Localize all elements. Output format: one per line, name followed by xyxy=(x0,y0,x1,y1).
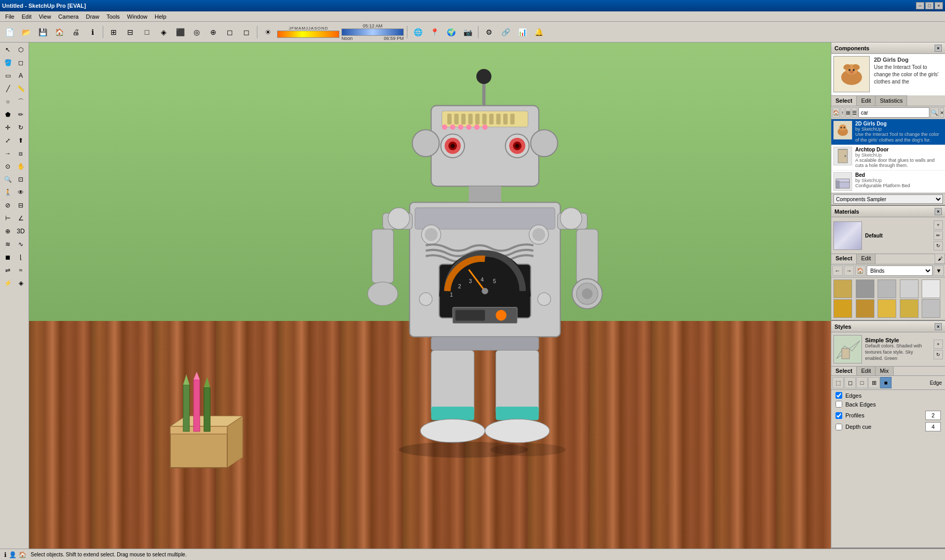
depthcue-value-input[interactable] xyxy=(925,422,941,431)
pan-tool[interactable]: ✋ xyxy=(15,160,27,173)
zoom-tool[interactable]: 🔍 xyxy=(2,173,14,186)
menu-help[interactable]: Help xyxy=(152,12,170,21)
styles-create-btn[interactable]: + xyxy=(934,340,943,349)
followme-tool[interactable]: → xyxy=(2,147,14,160)
zoomextents-tool[interactable]: ⊡ xyxy=(15,173,27,186)
mat-fwd-btn[interactable]: → xyxy=(844,265,854,276)
contour-tool[interactable]: ≈ xyxy=(15,264,27,276)
open-button[interactable]: 📂 xyxy=(19,25,33,39)
mat-category-dropdown[interactable]: Blinds xyxy=(867,265,933,276)
back-edges-checkbox[interactable] xyxy=(836,401,842,408)
canvas-area[interactable]: 1 2 3 4 5 xyxy=(29,43,831,549)
mat-swatch-1[interactable] xyxy=(833,279,852,298)
view-btn4[interactable]: ◈ xyxy=(156,25,171,39)
materials-close[interactable]: × xyxy=(935,208,942,215)
mat-swatch-7[interactable] xyxy=(856,299,874,318)
mat-tab-select[interactable]: Select xyxy=(831,254,857,264)
comp-item-bed[interactable]: Bed by SketchUp Configurable Platform Be… xyxy=(831,171,945,193)
comp-collection-select[interactable]: Components Sampler xyxy=(833,194,943,204)
mat-swatch-5[interactable] xyxy=(922,279,940,298)
circle-tool[interactable]: ○ xyxy=(2,95,14,108)
mat-swatch-10[interactable] xyxy=(922,299,940,318)
maximize-button[interactable]: □ xyxy=(925,2,934,9)
text-tool[interactable]: A xyxy=(15,69,27,82)
status-icon-info[interactable]: ℹ xyxy=(4,551,7,558)
extra-btn1[interactable]: ⚙ xyxy=(482,25,496,39)
view-btn5[interactable]: ⬛ xyxy=(173,25,187,39)
model-info-button[interactable]: ℹ xyxy=(85,25,100,39)
comp-clear-btn[interactable]: × xyxy=(940,107,944,118)
mat-swatch-9[interactable] xyxy=(900,299,919,318)
profiles-value-input[interactable] xyxy=(925,411,941,420)
tape-tool[interactable]: ⊟ xyxy=(15,199,27,212)
profiles-checkbox[interactable] xyxy=(836,412,842,419)
comp-list-btn[interactable]: ☰ xyxy=(852,107,857,118)
styles-update-btn[interactable]: ↻ xyxy=(934,350,943,359)
arc-tool[interactable]: ⌒ xyxy=(15,95,27,108)
styles-tab-select[interactable]: Select xyxy=(831,366,857,375)
menu-draw[interactable]: Draw xyxy=(83,12,102,21)
extra-btn2[interactable]: 🔗 xyxy=(498,25,513,39)
menu-window[interactable]: Window xyxy=(124,12,150,21)
scale-tool[interactable]: ⤢ xyxy=(2,134,14,147)
mat-home-btn[interactable]: 🏠 xyxy=(855,265,866,276)
mat-create-btn[interactable]: + xyxy=(934,220,943,230)
home-button[interactable]: 🏠 xyxy=(52,25,66,39)
axes-tool[interactable]: ⊕ xyxy=(2,225,14,237)
orbit-tool[interactable]: ⊙ xyxy=(2,160,14,173)
edges-checkbox[interactable] xyxy=(836,392,842,399)
stamp-tool[interactable]: ◼ xyxy=(2,251,14,263)
view-btn9[interactable]: ◻ xyxy=(239,25,254,39)
mat-swatch-3[interactable] xyxy=(878,279,896,298)
3dtext-tool[interactable]: 3D xyxy=(15,225,27,237)
geo-btn2[interactable]: 📍 xyxy=(427,25,442,39)
walktrough-tool[interactable]: 🚶 xyxy=(2,186,14,199)
sandbox-tool[interactable]: ≋ xyxy=(2,238,14,250)
menu-file[interactable]: File xyxy=(2,12,18,21)
mat-back-btn[interactable]: ← xyxy=(832,265,843,276)
comp-tab-select[interactable]: Select xyxy=(831,95,857,106)
interact-tool[interactable]: ⚡ xyxy=(2,277,14,289)
new-button[interactable]: 📄 xyxy=(2,25,17,39)
comp-home-btn[interactable]: 🏠 xyxy=(832,107,840,118)
paint-tool[interactable]: 🪣 xyxy=(2,57,14,69)
components-close[interactable]: × xyxy=(935,45,942,52)
menu-camera[interactable]: Camera xyxy=(55,12,81,21)
menu-tools[interactable]: Tools xyxy=(103,12,123,21)
styles-face-btn[interactable]: ◻ xyxy=(844,377,856,388)
sun-time-slider[interactable] xyxy=(341,29,404,36)
sun-month-slider[interactable] xyxy=(277,31,339,38)
view-btn6[interactable]: ◎ xyxy=(189,25,204,39)
geo-btn3[interactable]: 🌍 xyxy=(444,25,458,39)
extra-btn3[interactable]: 📊 xyxy=(515,25,529,39)
status-icon-home[interactable]: 🏠 xyxy=(19,551,26,558)
mat-swatch-8[interactable] xyxy=(878,299,896,318)
view-btn3[interactable]: □ xyxy=(140,25,154,39)
styles-tab-mix[interactable]: Mix xyxy=(875,366,893,375)
geo-btn1[interactable]: 🌐 xyxy=(410,25,425,39)
view-btn1[interactable]: ⊞ xyxy=(106,25,121,39)
angledim-tool[interactable]: ∠ xyxy=(15,212,27,225)
comp-up-btn[interactable]: ↑ xyxy=(841,107,844,118)
mat-swatch-2[interactable] xyxy=(856,279,874,298)
rotate-tool[interactable]: ↻ xyxy=(15,121,27,134)
mat-swatch-6[interactable] xyxy=(833,299,852,318)
comp-item-door[interactable]: Archtop Door by SketchUp A scalable door… xyxy=(831,145,945,171)
print-button[interactable]: 🖨 xyxy=(69,25,83,39)
minimize-button[interactable]: – xyxy=(916,2,924,9)
save-button[interactable]: 💾 xyxy=(35,25,50,39)
component-tool[interactable]: ⬡ xyxy=(15,44,27,56)
mat-menu-btn[interactable]: ▼ xyxy=(934,265,944,276)
smoove-tool[interactable]: ∿ xyxy=(15,238,27,250)
mat-refresh-btn[interactable]: ↻ xyxy=(934,241,943,250)
styles-close[interactable]: × xyxy=(935,323,942,330)
mat-edit-btn[interactable]: ✏ xyxy=(934,231,943,240)
geo-btn4[interactable]: 📷 xyxy=(460,25,475,39)
comp-tab-statistics[interactable]: Statistics xyxy=(875,95,907,106)
eraser-tool[interactable]: ◻ xyxy=(15,57,27,69)
rectangle-tool[interactable]: ▭ xyxy=(2,69,14,82)
view-btn2[interactable]: ⊟ xyxy=(123,25,138,39)
section-tool[interactable]: ⊘ xyxy=(2,199,14,212)
ruby-tool[interactable]: ◈ xyxy=(15,277,27,289)
offset-tool[interactable]: ⧈ xyxy=(15,147,27,160)
